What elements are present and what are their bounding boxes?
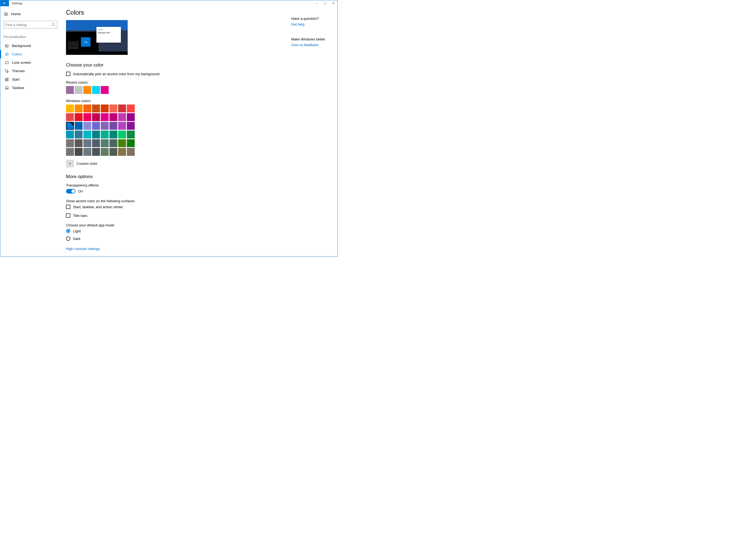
recent-colors-heading: Recent colors bbox=[66, 80, 286, 84]
high-contrast-link[interactable]: High contrast settings bbox=[66, 247, 100, 251]
plus-icon: + bbox=[66, 160, 74, 167]
radio-icon bbox=[66, 236, 70, 241]
color-swatch[interactable] bbox=[66, 148, 74, 156]
color-swatch[interactable] bbox=[127, 148, 135, 156]
preview-sample-text: Sample Text bbox=[98, 31, 110, 34]
color-swatch[interactable] bbox=[109, 122, 117, 130]
color-swatch[interactable] bbox=[83, 113, 91, 121]
color-swatch[interactable] bbox=[92, 86, 100, 94]
color-swatch[interactable] bbox=[127, 122, 135, 130]
color-swatch[interactable] bbox=[101, 148, 109, 156]
color-swatch[interactable] bbox=[75, 113, 83, 121]
color-swatch[interactable] bbox=[101, 113, 109, 121]
color-swatch[interactable] bbox=[92, 148, 100, 156]
get-help-link[interactable]: Get help bbox=[291, 22, 304, 26]
desktop-preview: Aa Sample Text bbox=[66, 20, 128, 55]
color-swatch[interactable] bbox=[83, 148, 91, 156]
mode-light-radio[interactable]: Light bbox=[66, 229, 286, 233]
color-swatch[interactable] bbox=[66, 105, 74, 112]
color-swatch[interactable] bbox=[75, 131, 83, 138]
feedback-link[interactable]: Give us feedback bbox=[291, 43, 318, 47]
color-swatch[interactable] bbox=[109, 131, 117, 138]
search-icon bbox=[52, 23, 55, 27]
mode-dark-label: Dark bbox=[73, 237, 80, 241]
question-text: Have a question? bbox=[291, 17, 334, 21]
checkbox-icon bbox=[66, 72, 70, 76]
color-swatch[interactable] bbox=[75, 139, 83, 147]
back-button[interactable] bbox=[0, 0, 9, 6]
color-swatch[interactable] bbox=[75, 148, 83, 156]
transparency-toggle[interactable]: On bbox=[66, 189, 286, 194]
color-swatch[interactable] bbox=[118, 131, 126, 138]
sidebar-item-label: Start bbox=[12, 77, 19, 81]
color-swatch[interactable] bbox=[127, 139, 135, 147]
color-swatch[interactable] bbox=[101, 105, 109, 112]
color-swatch[interactable] bbox=[118, 105, 126, 112]
category-header: Personalization bbox=[0, 33, 61, 42]
color-swatch[interactable] bbox=[101, 131, 109, 138]
color-swatch[interactable] bbox=[118, 122, 126, 130]
home-label: Home bbox=[11, 12, 21, 16]
more-options-heading: More options bbox=[66, 174, 286, 179]
color-swatch[interactable] bbox=[118, 139, 126, 147]
color-swatch[interactable] bbox=[118, 113, 126, 121]
color-swatch[interactable] bbox=[127, 131, 135, 138]
sidebar-item-start[interactable]: Start bbox=[0, 75, 61, 84]
search-placeholder: Find a setting bbox=[5, 23, 27, 27]
color-swatch[interactable] bbox=[66, 122, 74, 130]
color-swatch[interactable] bbox=[66, 131, 74, 138]
color-swatch[interactable] bbox=[109, 148, 117, 156]
toggle-track bbox=[66, 189, 75, 194]
color-swatch[interactable] bbox=[92, 139, 100, 147]
home-nav[interactable]: Home bbox=[0, 10, 61, 18]
sidebar-item-colors[interactable]: Colors bbox=[0, 50, 61, 58]
color-swatch[interactable] bbox=[109, 113, 117, 121]
auto-pick-checkbox[interactable]: Automatically pick an accent color from … bbox=[66, 72, 286, 76]
color-swatch[interactable] bbox=[109, 105, 117, 112]
color-swatch[interactable] bbox=[83, 131, 91, 138]
color-swatch[interactable] bbox=[92, 122, 100, 130]
color-swatch[interactable] bbox=[66, 86, 74, 94]
color-swatch[interactable] bbox=[92, 105, 100, 112]
color-swatch[interactable] bbox=[75, 122, 83, 130]
maximize-button[interactable]: ☐ bbox=[321, 0, 329, 6]
surfaces-heading: Show accent color on the following surfa… bbox=[66, 199, 286, 203]
custom-color-button[interactable]: + Custom color bbox=[66, 160, 286, 167]
surface-start-checkbox[interactable]: Start, taskbar, and action center bbox=[66, 205, 286, 209]
color-swatch[interactable] bbox=[83, 139, 91, 147]
color-swatch[interactable] bbox=[75, 105, 83, 112]
color-swatch[interactable] bbox=[66, 113, 74, 121]
color-swatch[interactable] bbox=[127, 105, 135, 112]
color-swatch[interactable] bbox=[83, 86, 91, 94]
color-swatch[interactable] bbox=[92, 131, 100, 138]
search-input[interactable]: Find a setting bbox=[4, 21, 57, 29]
surface-titlebars-checkbox[interactable]: Title bars bbox=[66, 213, 286, 218]
sidebar-item-label: Taskbar bbox=[12, 86, 24, 90]
color-swatch[interactable] bbox=[92, 113, 100, 121]
sidebar-item-lockscreen[interactable]: Lock screen bbox=[0, 58, 61, 67]
sidebar-item-themes[interactable]: Themes bbox=[0, 67, 61, 75]
svg-point-3 bbox=[5, 53, 8, 56]
minimize-button[interactable]: ─ bbox=[313, 0, 321, 6]
color-swatch[interactable] bbox=[118, 148, 126, 156]
color-swatch[interactable] bbox=[83, 122, 91, 130]
color-swatch[interactable] bbox=[101, 122, 109, 130]
color-swatch[interactable] bbox=[66, 139, 74, 147]
sidebar-item-background[interactable]: Background bbox=[0, 42, 61, 50]
color-swatch[interactable] bbox=[83, 105, 91, 112]
recent-colors-row bbox=[66, 86, 286, 94]
color-swatch[interactable] bbox=[75, 86, 83, 94]
svg-rect-7 bbox=[5, 61, 8, 64]
color-swatch[interactable] bbox=[101, 86, 109, 94]
windows-colors-heading: Windows colors bbox=[66, 99, 286, 103]
sidebar-item-taskbar[interactable]: Taskbar bbox=[0, 84, 61, 92]
color-swatch[interactable] bbox=[101, 139, 109, 147]
color-swatch[interactable] bbox=[109, 139, 117, 147]
palette-icon bbox=[4, 52, 9, 56]
mode-dark-radio[interactable]: Dark bbox=[66, 236, 286, 241]
better-text: Make Windows better. bbox=[291, 37, 334, 41]
window-title: Settings bbox=[9, 2, 23, 5]
close-button[interactable]: ✕ bbox=[329, 0, 337, 6]
svg-rect-9 bbox=[7, 78, 8, 79]
color-swatch[interactable] bbox=[127, 113, 135, 121]
